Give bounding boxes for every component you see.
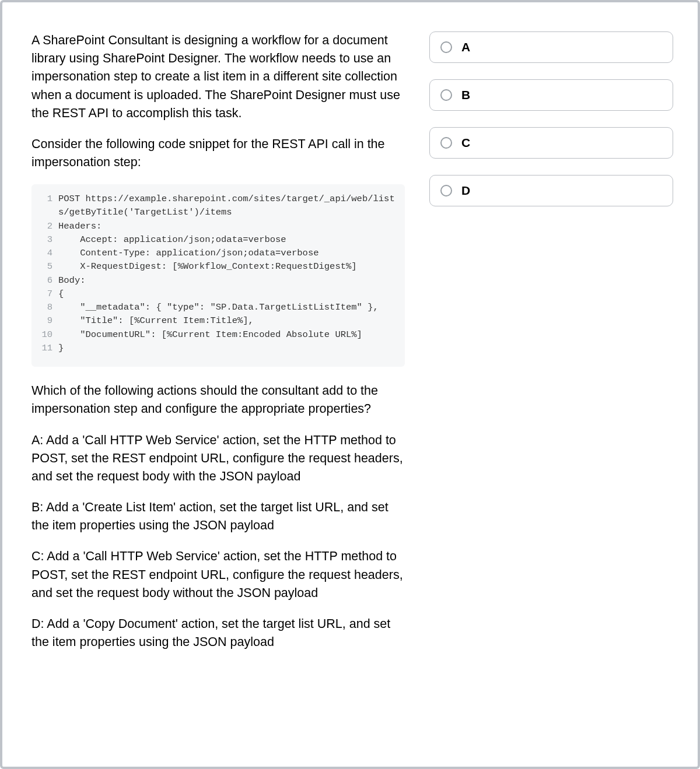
question-column: A SharePoint Consultant is designing a w… (32, 31, 405, 738)
radio-unchecked-icon (440, 137, 452, 149)
code-line: } (58, 342, 396, 355)
line-number: 7 (41, 287, 58, 301)
code-snippet: 1POST https://example.sharepoint.com/sit… (32, 184, 405, 367)
line-number: 9 (41, 314, 58, 328)
option-d-text: D: Add a 'Copy Document' action, set the… (32, 615, 405, 651)
answer-option-b[interactable]: B (429, 79, 673, 111)
answer-option-a[interactable]: A (429, 31, 673, 63)
line-number: 6 (41, 274, 58, 287)
answer-option-d[interactable]: D (429, 175, 673, 206)
option-c-text: C: Add a 'Call HTTP Web Service' action,… (32, 547, 405, 602)
line-number: 3 (41, 233, 58, 247)
line-number: 1 (41, 192, 58, 220)
answer-label: A (461, 40, 470, 54)
code-line: "DocumentURL": [%Current Item:Encoded Ab… (58, 328, 396, 342)
code-line: Headers: (58, 220, 396, 233)
answers-column: A B C D (429, 31, 673, 738)
radio-unchecked-icon (440, 41, 452, 53)
line-number: 4 (41, 247, 58, 260)
line-number: 10 (41, 328, 58, 342)
line-number: 11 (41, 342, 58, 355)
question-intro-1: A SharePoint Consultant is designing a w… (32, 31, 405, 122)
code-line: Content-Type: application/json;odata=ver… (58, 247, 396, 260)
code-line: "__metadata": { "type": "SP.Data.TargetL… (58, 301, 396, 314)
code-line: "Title": [%Current Item:Title%], (58, 314, 396, 328)
code-line: Body: (58, 274, 396, 287)
code-line: Accept: application/json;odata=verbose (58, 233, 396, 247)
code-line: { (58, 287, 396, 301)
answer-label: C (461, 136, 470, 150)
question-card: A SharePoint Consultant is designing a w… (0, 0, 700, 769)
question-prompt: Which of the following actions should th… (32, 382, 405, 418)
option-b-text: B: Add a 'Create List Item' action, set … (32, 498, 405, 535)
line-number: 5 (41, 260, 58, 273)
line-number: 8 (41, 301, 58, 314)
answer-label: B (461, 88, 470, 102)
line-number: 2 (41, 220, 58, 233)
radio-unchecked-icon (440, 185, 452, 196)
question-intro-2: Consider the following code snippet for … (32, 135, 405, 171)
code-line: X-RequestDigest: [%Workflow_Context:Requ… (58, 260, 396, 273)
radio-unchecked-icon (440, 89, 452, 101)
answer-option-c[interactable]: C (429, 127, 673, 159)
option-a-text: A: Add a 'Call HTTP Web Service' action,… (32, 431, 405, 486)
answer-label: D (461, 184, 470, 198)
code-line: POST https://example.sharepoint.com/site… (58, 192, 396, 220)
